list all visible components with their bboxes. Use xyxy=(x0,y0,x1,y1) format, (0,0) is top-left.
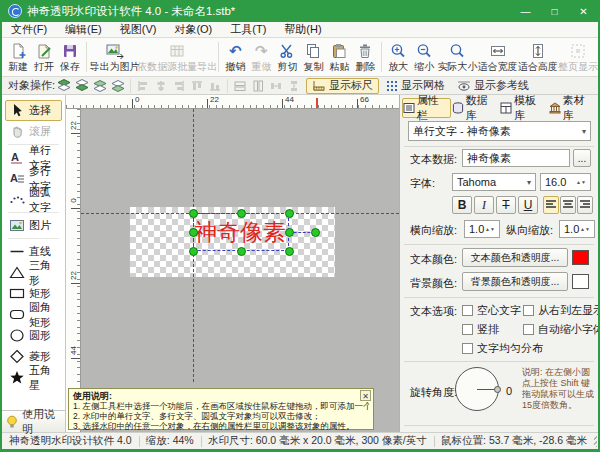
resize-grip[interactable] xyxy=(594,436,597,447)
fit-height-button[interactable]: 适合高度 xyxy=(518,39,558,75)
usage-help-button[interactable]: 使用说明 xyxy=(2,410,66,432)
tool-image[interactable]: 图片 xyxy=(5,215,62,236)
maximize-button[interactable]: □ xyxy=(540,0,569,22)
properties-list-icon xyxy=(403,102,415,114)
bring-to-front-icon[interactable] xyxy=(55,78,73,94)
selection-handle-mid-left[interactable] xyxy=(189,228,198,237)
object-selector-dropdown[interactable]: 单行文字 - 神奇像素 xyxy=(408,121,591,141)
v-ruler-label: 22 xyxy=(69,269,78,283)
checkbox-auto-shrink-font[interactable]: 自动缩小字体 xyxy=(523,322,600,337)
v-scale-spinner[interactable]: 1.0▲▼ xyxy=(559,220,595,238)
zoom-out-button[interactable]: 缩小 xyxy=(411,39,437,75)
close-icon[interactable]: ✕ xyxy=(360,390,371,401)
checkbox-right-to-left[interactable]: 从右到左显示 xyxy=(523,303,600,318)
checkbox-even-distribution[interactable]: 文字均匀分布 xyxy=(462,341,543,356)
menu-file[interactable]: 文件(F) xyxy=(2,22,56,37)
align-left-button[interactable] xyxy=(543,196,559,214)
zoom-in-button[interactable]: 放大 xyxy=(385,39,411,75)
text-data-more-button[interactable]: ... xyxy=(573,149,591,167)
checkbox-hollow-text[interactable]: 空心文字 xyxy=(462,303,521,318)
bg-color-swatch[interactable] xyxy=(572,274,589,289)
cut-button[interactable]: 剪切 xyxy=(274,39,300,75)
new-document-icon xyxy=(9,42,27,60)
fit-width-button[interactable]: 适合宽度 xyxy=(477,39,517,75)
zoom-in-icon xyxy=(389,42,407,60)
send-to-back-icon[interactable] xyxy=(73,78,91,94)
new-button[interactable]: 新建 xyxy=(5,39,31,75)
checkbox-icon[interactable] xyxy=(462,343,473,354)
text-data-input[interactable]: 神奇像素 xyxy=(462,149,570,167)
spinner-arrows-icon[interactable]: ▲▼ xyxy=(576,180,586,185)
tool-triangle[interactable]: 三角形 xyxy=(5,262,62,283)
tab-templates[interactable]: 模板库 xyxy=(499,98,548,118)
copy-icon xyxy=(304,42,322,60)
menu-tools[interactable]: 工具(T) xyxy=(221,22,275,37)
open-button[interactable]: 打开 xyxy=(31,39,57,75)
show-grid-toggle[interactable]: 显示网格 xyxy=(381,78,450,94)
selection-handle-top-right[interactable] xyxy=(285,209,294,218)
actual-size-button[interactable]: 实际大小 xyxy=(437,39,477,75)
app-window: 神奇透明水印设计软件 4.0 - 未命名1.stb* — □ ✕ 文件(F) 编… xyxy=(0,0,600,452)
tool-rounded-rectangle[interactable]: 圆角矩形 xyxy=(5,304,62,325)
text-color-swatch[interactable] xyxy=(572,250,589,265)
italic-button[interactable]: I xyxy=(474,196,494,214)
minimize-button[interactable]: — xyxy=(511,0,540,22)
selection-handle-top-left[interactable] xyxy=(189,209,198,218)
rotation-dial[interactable] xyxy=(455,367,499,411)
bg-color-button[interactable]: 背景颜色和透明度... xyxy=(462,272,568,291)
selection-handle-top-center[interactable] xyxy=(237,209,246,218)
selection-handle-bottom-right[interactable] xyxy=(285,247,294,256)
save-button[interactable]: 保存 xyxy=(57,39,83,75)
move-down-layer-icon[interactable] xyxy=(109,78,127,94)
rotation-help-note: 说明: 在左侧小圆点上按住 Shift 键拖动鼠标可以生成15度倍数角。 xyxy=(522,367,594,411)
main-toolbar: 新建 打开 保存 导出为图片 依数据源批量导出 ↶ 撤销 ↷ 重做 xyxy=(2,38,598,77)
selection-handle-bottom-center[interactable] xyxy=(237,247,246,256)
menu-view[interactable]: 视图(V) xyxy=(111,22,166,37)
checkbox-icon[interactable] xyxy=(462,305,473,316)
delete-button[interactable]: 删除 xyxy=(352,39,378,75)
rotation-handle[interactable] xyxy=(311,228,320,237)
font-family-dropdown[interactable]: Tahoma xyxy=(452,173,536,191)
h-ruler-label: 22 xyxy=(210,95,219,104)
tool-select[interactable]: 选择 xyxy=(5,100,62,121)
font-size-spinner[interactable]: 16.0 ▲▼ xyxy=(540,173,591,191)
align-center-button[interactable] xyxy=(560,196,576,214)
tool-sidebar: 选择 滚屏 A 单行文字 A 多行文字 圆弧文字 图片 xyxy=(2,95,66,410)
selection-rectangle xyxy=(193,213,289,251)
align-right-button[interactable] xyxy=(577,196,593,214)
tab-materials[interactable]: 素材库 xyxy=(548,98,597,118)
checkbox-vertical-text[interactable]: 竖排 xyxy=(462,322,499,337)
rotation-value: 0 xyxy=(506,385,512,397)
spinner-arrows-icon[interactable]: ▲▼ xyxy=(485,227,495,232)
text-color-button[interactable]: 文本颜色和透明度... xyxy=(462,248,568,267)
move-up-layer-icon[interactable] xyxy=(91,78,109,94)
spinner-arrows-icon[interactable]: ▲▼ xyxy=(580,227,590,232)
window-title: 神奇透明水印设计软件 4.0 - 未命名1.stb* xyxy=(27,4,235,19)
tab-properties[interactable]: 属性栏 xyxy=(402,98,451,118)
undo-button[interactable]: ↶ 撤销 xyxy=(222,39,248,75)
checkbox-icon[interactable] xyxy=(523,305,534,316)
menu-help[interactable]: 帮助(H) xyxy=(275,22,330,37)
copy-button[interactable]: 复制 xyxy=(300,39,326,75)
show-ruler-toggle[interactable]: 显示标尺 xyxy=(306,78,379,94)
checkbox-icon[interactable] xyxy=(523,324,534,335)
tool-star[interactable]: 五角星 xyxy=(5,367,62,388)
close-button[interactable]: ✕ xyxy=(569,0,598,22)
database-icon xyxy=(452,102,464,114)
strikethrough-button[interactable]: T xyxy=(496,196,516,214)
bold-button[interactable]: B xyxy=(452,196,472,214)
menu-edit[interactable]: 编辑(E) xyxy=(56,22,111,37)
export-image-button[interactable]: 导出为图片 xyxy=(90,39,139,75)
selection-handle-mid-right[interactable] xyxy=(285,228,294,237)
svg-text:A: A xyxy=(10,172,18,184)
paste-button[interactable]: 粘贴 xyxy=(326,39,352,75)
h-scale-spinner[interactable]: 1.0▲▼ xyxy=(464,220,500,238)
tab-database[interactable]: 数据库 xyxy=(451,98,500,118)
selection-handle-bottom-left[interactable] xyxy=(189,247,198,256)
tool-arc-text[interactable]: 圆弧文字 xyxy=(5,189,62,210)
rotation-dial-knob[interactable] xyxy=(494,386,501,393)
checkbox-icon[interactable] xyxy=(462,324,473,335)
underline-button[interactable]: U xyxy=(518,196,538,214)
menu-object[interactable]: 对象(O) xyxy=(165,22,221,37)
show-guides-toggle[interactable]: 显示参考线 xyxy=(452,78,534,94)
